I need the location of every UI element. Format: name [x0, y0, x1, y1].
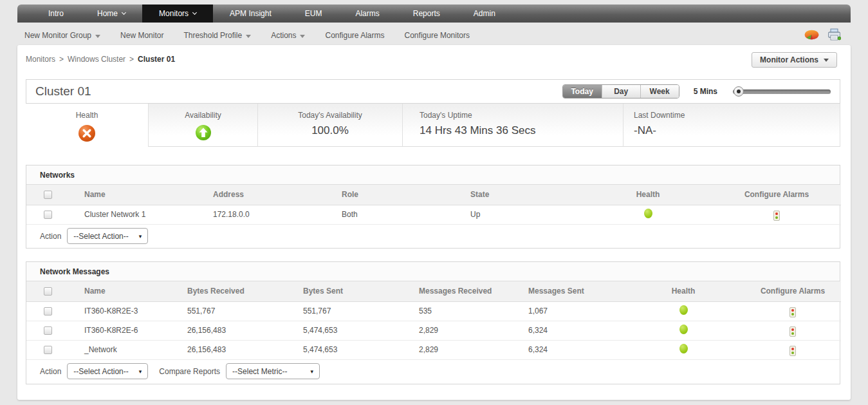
toolbar-actions[interactable]: Actions: [271, 31, 305, 40]
column-header-configure-alarms: Configure Alarms: [712, 185, 841, 205]
stat-value: 14 Hrs 43 Mins 36 Secs: [420, 124, 623, 137]
bytes-sent-cell: 5,474,653: [288, 340, 403, 359]
breadcrumb-windows-cluster[interactable]: Windows Cluster: [68, 55, 125, 64]
poll-interval-slider[interactable]: [733, 86, 831, 97]
monitor-actions-label: Monitor Actions: [760, 55, 818, 64]
traffic-light-icon[interactable]: [773, 211, 780, 221]
chevron-down-icon: ▾: [311, 368, 314, 375]
error-cross-icon: [78, 133, 96, 144]
nav-label: Home: [97, 9, 118, 18]
monitor-actions-button[interactable]: Monitor Actions: [752, 52, 837, 68]
nav-item-alarms[interactable]: Alarms: [338, 5, 396, 23]
stat-value: -NA-: [634, 124, 840, 137]
bytes-sent-cell: 5,474,653: [288, 321, 403, 340]
toolbar-label: Configure Alarms: [325, 31, 384, 40]
column-header-health: Health: [622, 281, 744, 301]
nav-item-home[interactable]: Home: [80, 5, 142, 23]
messages-received-cell: 535: [403, 301, 513, 321]
stat-tab-availability[interactable]: Availability: [148, 104, 257, 147]
select-value: --Select Action--: [73, 232, 128, 241]
printer-icon[interactable]: [827, 28, 841, 43]
toolbar-configure-alarms[interactable]: Configure Alarms: [325, 31, 384, 40]
row-checkbox[interactable]: [44, 211, 52, 219]
toolbar-threshold-profile[interactable]: Threshold Profile: [183, 31, 251, 40]
network-role-cell: Both: [326, 205, 455, 224]
networks-action-select[interactable]: --Select Action-- ▾: [67, 228, 148, 244]
traffic-light-icon[interactable]: [790, 326, 796, 337]
bytes-received-cell: 26,156,483: [172, 340, 288, 359]
networks-table-row: Cluster Network 1 172.18.0.0 Both Up: [26, 205, 841, 224]
toolbar-new-monitor-group[interactable]: New Monitor Group: [24, 31, 100, 40]
network-messages-header-row: Name Bytes Received Bytes Sent Messages …: [26, 281, 841, 301]
page-title: Cluster 01: [35, 84, 91, 99]
green-dot-icon: [644, 209, 652, 218]
traffic-light-icon[interactable]: [790, 346, 796, 356]
column-header-messages-sent: Messages Sent: [513, 281, 622, 301]
networks-select-all-checkbox[interactable]: [44, 191, 52, 199]
period-button-day[interactable]: Day: [602, 85, 640, 98]
chevron-down-icon: [246, 35, 251, 38]
nav-item-intro[interactable]: Intro: [32, 5, 80, 23]
message-name-cell: _Network: [69, 340, 172, 359]
networks-section: Networks Name Address Role State Health …: [26, 165, 840, 249]
row-checkbox[interactable]: [44, 346, 52, 354]
stat-tab-health[interactable]: Health: [26, 104, 148, 147]
nav-item-admin[interactable]: Admin: [457, 5, 512, 23]
green-dot-icon: [679, 325, 688, 334]
network-messages-action-row: Action --Select Action-- ▾ Compare Repor…: [26, 360, 840, 383]
network-name-cell: Cluster Network 1: [69, 205, 198, 224]
bytes-sent-cell: 551,767: [288, 301, 403, 321]
breadcrumb-separator: >: [59, 55, 64, 64]
compare-metric-select[interactable]: --Select Metric-- ▾: [226, 363, 320, 379]
nav-label: Alarms: [355, 9, 379, 18]
chevron-down-icon: [95, 35, 100, 38]
stat-todays-uptime: Today's Uptime 14 Hrs 43 Mins 36 Secs: [402, 104, 623, 147]
message-name-cell: IT360-K8R2E-6: [69, 321, 172, 340]
slider-track[interactable]: [733, 89, 831, 94]
stat-label: Health: [26, 111, 148, 120]
chevron-down-icon: [824, 59, 829, 62]
toolbar-label: Threshold Profile: [183, 31, 242, 40]
network-messages-section: Network Messages Name Bytes Received Byt…: [26, 261, 840, 384]
messages-sent-cell: 6,324: [513, 340, 622, 359]
toolbar-label: Configure Monitors: [405, 31, 470, 40]
column-header-bytes-received: Bytes Received: [172, 281, 288, 301]
toolbar-new-monitor[interactable]: New Monitor: [120, 31, 163, 40]
chevron-down-icon: [192, 10, 197, 15]
column-header-role: Role: [326, 185, 455, 205]
column-header-configure-alarms: Configure Alarms: [744, 281, 841, 301]
toolbar-label: New Monitor Group: [24, 31, 91, 40]
networks-table: Name Address Role State Health Configure…: [26, 185, 841, 225]
column-header-health: Health: [584, 185, 712, 205]
stat-label: Today's Availability: [258, 111, 402, 120]
network-state-cell: Up: [455, 205, 584, 224]
nav-item-reports[interactable]: Reports: [396, 5, 457, 23]
network-messages-table-row: IT360-K8R2E-3 551,767 551,767 535 1,067: [26, 301, 841, 321]
messages-select-all-checkbox[interactable]: [44, 287, 52, 296]
nav-item-eum[interactable]: EUM: [288, 5, 339, 23]
period-controls: Today Day Week 5 Mins: [562, 84, 831, 99]
compare-reports-label: Compare Reports: [159, 367, 220, 376]
pie-chart-icon[interactable]: [804, 30, 819, 42]
messages-sent-cell: 6,324: [513, 321, 622, 340]
traffic-light-icon[interactable]: [790, 307, 796, 317]
row-checkbox[interactable]: [44, 326, 52, 335]
green-dot-icon: [679, 305, 688, 315]
breadcrumb-current: Cluster 01: [138, 55, 175, 64]
bytes-received-cell: 26,156,483: [172, 321, 288, 340]
period-button-week[interactable]: Week: [640, 85, 679, 98]
content-panel: Monitors > Windows Cluster > Cluster 01 …: [17, 45, 851, 400]
nav-item-apm-insight[interactable]: APM Insight: [213, 5, 288, 23]
period-button-today[interactable]: Today: [563, 85, 602, 98]
chevron-down-icon: ▾: [139, 233, 142, 240]
stat-label: Today's Uptime: [420, 111, 623, 120]
nav-item-monitors[interactable]: Monitors: [142, 5, 213, 23]
nav-label: Intro: [48, 9, 64, 18]
row-checkbox[interactable]: [44, 307, 52, 316]
breadcrumb-monitors[interactable]: Monitors: [26, 55, 55, 64]
messages-action-select[interactable]: --Select Action-- ▾: [67, 363, 148, 379]
up-arrow-icon: [195, 132, 212, 143]
column-header-state: State: [455, 185, 584, 205]
toolbar-configure-monitors[interactable]: Configure Monitors: [405, 31, 470, 40]
slider-handle[interactable]: [734, 86, 744, 97]
